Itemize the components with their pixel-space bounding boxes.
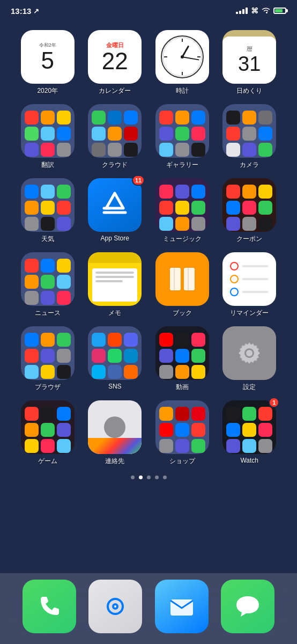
games-label: ゲーム [38, 457, 57, 466]
video-label: 動画 [176, 383, 189, 392]
app-sns[interactable]: SNS [84, 326, 147, 392]
battery-fill [275, 9, 283, 12]
svg-point-0 [163, 38, 202, 76]
cloud-label: クラウド [102, 160, 128, 170]
appstore-logo [99, 189, 131, 221]
app-appstore[interactable]: 11 App Store [84, 178, 147, 244]
sns-label: SNS [108, 383, 122, 390]
clock-label: 時計 [176, 86, 189, 96]
dock-mail[interactable] [155, 580, 209, 633]
books-icon [155, 252, 209, 306]
nicori-icon: 暦 31 [222, 30, 276, 84]
app-camera[interactable]: カメラ [218, 104, 281, 170]
app-books[interactable]: ブック [151, 252, 214, 318]
messages-icon [233, 592, 262, 621]
notes-label: メモ [108, 309, 121, 318]
date-label: 2020年 [37, 86, 58, 96]
dock-findmy[interactable] [88, 580, 142, 633]
app-music[interactable]: ミュージック [151, 178, 214, 244]
app-weather[interactable]: 天気 [16, 178, 79, 244]
weather-label: 天気 [41, 235, 54, 244]
dock [0, 573, 297, 644]
video-icon [155, 326, 209, 380]
time-label: 13:13 [11, 6, 31, 16]
appstore-label: App Store [101, 235, 129, 242]
news-icon [21, 252, 75, 306]
page-dot-4[interactable] [163, 475, 167, 479]
status-bar: 13:13 ↗ ⌘ [0, 0, 297, 19]
signal-bar-2 [239, 11, 241, 14]
wifi-icon-svg [262, 8, 270, 14]
signal-bar-3 [242, 9, 244, 14]
app-gallery[interactable]: ギャラリー [151, 104, 214, 170]
app-games[interactable]: ゲーム [16, 400, 79, 466]
app-grid: 令和2年 5 2020年 金曜日 22 カレンダー [11, 25, 286, 471]
music-icon [155, 178, 209, 232]
home-screen: 令和2年 5 2020年 金曜日 22 カレンダー [0, 19, 297, 489]
svg-rect-5 [170, 268, 181, 290]
phone-icon [35, 592, 63, 620]
calendar-label: カレンダー [99, 86, 131, 96]
signal-bars [236, 8, 248, 14]
news-label: ニュース [35, 309, 61, 318]
signal-bar-4 [246, 8, 248, 14]
app-contacts[interactable]: 連絡先 [84, 400, 147, 466]
browser-label: ブラウザ [35, 383, 61, 392]
camera-label: カメラ [240, 160, 259, 170]
svg-point-14 [114, 605, 116, 608]
settings-label: 設定 [243, 383, 256, 392]
shop-label: ショップ [169, 457, 195, 466]
page-dot-1[interactable] [139, 475, 143, 479]
sns-icon [88, 326, 142, 380]
battery-icon [273, 8, 286, 14]
camera-icon [222, 104, 276, 158]
svg-point-11 [246, 350, 253, 356]
watch-icon: 1 [222, 400, 276, 454]
translate-icon [21, 104, 75, 158]
appstore-icon: 11 [88, 178, 142, 232]
svg-rect-7 [174, 268, 175, 290]
clock-icon [155, 30, 209, 84]
clock-ticks [162, 36, 203, 77]
app-shop[interactable]: ショップ [151, 400, 214, 466]
coupon-label: クーポン [236, 235, 262, 244]
app-translate[interactable]: 翻訳 [16, 104, 79, 170]
watch-label: Watch [240, 457, 258, 464]
page-dot-2[interactable] [147, 475, 151, 479]
app-nicori[interactable]: 暦 31 日めくり [218, 30, 281, 96]
app-watch[interactable]: 1 Watch [218, 400, 281, 466]
app-date[interactable]: 令和2年 5 2020年 [16, 30, 79, 96]
notes-icon [88, 252, 142, 306]
app-settings[interactable]: 設定 [218, 326, 281, 392]
settings-gear [233, 337, 265, 369]
app-browser[interactable]: ブラウザ [16, 326, 79, 392]
page-dot-0[interactable] [131, 475, 135, 479]
app-video[interactable]: 動画 [151, 326, 214, 392]
app-calendar[interactable]: 金曜日 22 カレンダー [84, 30, 147, 96]
settings-icon [222, 326, 276, 380]
reminders-label: リマインダー [230, 309, 269, 318]
app-clock[interactable]: 時計 [151, 30, 214, 96]
wifi-icon: ⌘ [251, 6, 258, 15]
nicori-label: 日めくり [236, 86, 262, 96]
dock-messages[interactable] [221, 580, 274, 633]
app-reminders[interactable]: リマインダー [218, 252, 281, 318]
app-news[interactable]: ニュース [16, 252, 79, 318]
app-cloud[interactable]: クラウド [84, 104, 147, 170]
appstore-badge: 11 [132, 175, 145, 186]
date-num: 5 [41, 49, 54, 72]
page-dot-3[interactable] [155, 475, 159, 479]
calendar-num: 22 [102, 49, 128, 73]
cloud-icon [88, 104, 142, 158]
status-left: 13:13 ↗ [11, 6, 39, 16]
app-coupon[interactable]: クーポン [218, 178, 281, 244]
app-notes[interactable]: メモ [84, 252, 147, 318]
location-icon: ↗ [33, 7, 39, 15]
mail-icon [167, 592, 196, 621]
dock-phone[interactable] [23, 580, 76, 633]
watch-badge: 1 [269, 397, 279, 408]
books-logo [166, 262, 199, 296]
browser-icon [21, 326, 75, 380]
gallery-label: ギャラリー [166, 160, 198, 170]
date-icon: 令和2年 5 [21, 30, 75, 84]
